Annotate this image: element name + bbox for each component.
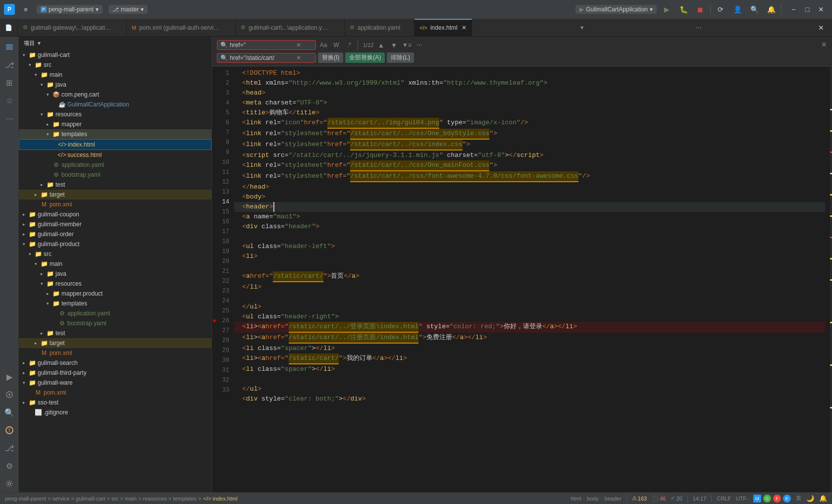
tree-item-resources[interactable]: ▾ 📁 resources — [19, 109, 211, 119]
tab-cart-yaml[interactable]: ⚙ gulimall-cart\...\application.yaml ✕ — [236, 19, 345, 36]
tree-item-app-yaml-product[interactable]: ▸ ⚙ application.yaml — [19, 308, 211, 318]
tree-arrow-target-product[interactable]: ▸ — [33, 341, 39, 346]
tab-options-button[interactable]: ⋯ — [692, 19, 705, 36]
find-prev-btn[interactable]: ▲ — [375, 40, 386, 50]
sidebar-icon-problems[interactable]: ! — [1, 422, 18, 439]
tree-item-test-product[interactable]: ▸ 📁 test — [19, 328, 211, 338]
tree-item-target[interactable]: ▸ 📁 target — [19, 190, 211, 200]
branch-selector[interactable]: ⎇ master ▾ — [108, 5, 148, 14]
sidebar-icon-bookmarks[interactable]: ☆ — [1, 92, 18, 109]
tree-item-mapper-product[interactable]: ▸ 📁 mapper.product — [19, 289, 211, 299]
tree-item-index-html[interactable]: ▸ </> index.html — [19, 139, 211, 150]
tree-item-member[interactable]: ▸ 📁 gulimall-member — [19, 219, 211, 229]
find-next-btn[interactable]: ▼ — [388, 40, 399, 50]
tree-arrow-src-product[interactable]: ▾ — [27, 252, 33, 256]
tree-item-app-yaml[interactable]: ▸ ⚙ application.yaml — [19, 160, 211, 170]
sidebar-icon-debug[interactable] — [1, 386, 18, 403]
tree-arrow-templates-product[interactable]: ▾ — [45, 301, 51, 306]
tree-item-src[interactable]: ▾ 📁 src — [19, 60, 211, 70]
scrollbar-track[interactable] — [825, 66, 832, 492]
tree-item-pom-ware[interactable]: ▸ M pom.xml — [19, 388, 211, 398]
sidebar-icon-run[interactable]: ▶ — [1, 368, 18, 385]
tree-item-third-party[interactable]: ▸ 📁 gulimall-third-party — [19, 368, 211, 378]
tree-item-main[interactable]: ▾ 📁 main — [19, 70, 211, 80]
tree-arrow-test[interactable]: ▸ — [39, 182, 45, 187]
tree-arrow-resources-product[interactable]: ▾ — [39, 281, 45, 286]
notifications-button[interactable]: 🔔 — [764, 2, 778, 16]
find-regex-btn[interactable]: .* — [344, 40, 355, 50]
run-config-selector[interactable]: ▶ GulimallCartApplication ▾ — [575, 5, 657, 14]
tree-item-target-product[interactable]: ▸ 📁 target — [19, 338, 211, 348]
sidebar-icon-structure[interactable]: ⊞ — [1, 74, 18, 91]
tree-arrow-order[interactable]: ▸ — [21, 232, 27, 237]
file-tree-content[interactable]: ▾ 📁 gulimall-cart ▾ 📁 src ▾ 📁 main — [19, 50, 211, 492]
replace-all-button[interactable]: 全部替换(A) — [345, 52, 385, 63]
tree-arrow-coupon[interactable]: ▸ — [21, 212, 27, 217]
replace-input[interactable] — [230, 54, 294, 61]
code-content[interactable]: <!DOCTYPE html><html xmlns="http://www.w… — [234, 66, 825, 492]
profile-button[interactable]: 👤 — [730, 2, 744, 16]
find-close-btn[interactable]: ✕ — [821, 41, 827, 49]
tree-arrow-templates[interactable]: ▾ — [45, 132, 51, 137]
close-editor-button[interactable]: ✕ — [814, 21, 828, 35]
tree-item-ware[interactable]: ▾ 📁 gulimall-ware — [19, 378, 211, 388]
tab-new-file[interactable]: 📄 — [0, 19, 18, 36]
tree-arrow-com[interactable]: ▾ — [45, 92, 51, 97]
tree-item-test[interactable]: ▸ 📁 test — [19, 180, 211, 190]
tree-item-templates-product[interactable]: ▾ 📁 templates — [19, 299, 211, 308]
tree-item-templates[interactable]: ▾ 📁 templates — [19, 129, 211, 139]
tree-arrow-main-product[interactable]: ▾ — [33, 261, 39, 266]
tree-item-pom-product[interactable]: ▸ M pom.xml — [19, 348, 211, 358]
sidebar-icon-settings[interactable] — [1, 475, 18, 492]
tree-item-search[interactable]: ▸ 📁 gulimall-search — [19, 358, 211, 368]
tree-arrow-target[interactable]: ▸ — [33, 192, 39, 197]
sidebar-icon-project[interactable] — [1, 39, 18, 55]
find-filter-btn[interactable]: ▼≡ — [401, 40, 412, 50]
replace-button[interactable]: 替换(I) — [318, 52, 343, 63]
tree-item-gulimall-cart-app[interactable]: ▸ ☕ GulimallCartApplication — [19, 100, 211, 109]
encoding[interactable]: UTF- — [736, 496, 748, 502]
tree-item-sso-test[interactable]: ▸ 📁 sso-test — [19, 398, 211, 407]
tree-item-order[interactable]: ▸ 📁 gulimall-order — [19, 229, 211, 239]
tree-item-gitignore[interactable]: ▸ ⬜ .gitignore — [19, 407, 211, 417]
tree-item-main-product[interactable]: ▾ 📁 main — [19, 259, 211, 269]
tree-arrow-member[interactable]: ▸ — [21, 222, 27, 227]
tree-item-java[interactable]: ▾ 📁 java — [19, 80, 211, 90]
tree-arrow-ware[interactable]: ▾ — [21, 380, 27, 385]
tree-item-gulimall-cart[interactable]: ▾ 📁 gulimall-cart — [19, 50, 211, 60]
sidebar-icon-more[interactable]: ⋯ — [1, 110, 18, 127]
tree-item-coupon[interactable]: ▸ 📁 gulimall-coupon — [19, 209, 211, 219]
debug-button[interactable]: 🐛 — [676, 2, 690, 16]
tree-item-product[interactable]: ▾ 📁 gulimall-product — [19, 239, 211, 249]
tree-arrow-src[interactable]: ▾ — [27, 62, 33, 67]
tree-arrow-resources[interactable]: ▾ — [39, 112, 45, 117]
update-button[interactable]: ⟳ — [714, 2, 728, 16]
sidebar-icon-services[interactable]: ⚙ — [1, 457, 18, 474]
tree-item-bootstrap-yaml-product[interactable]: ▸ ⚙ bootstrap.yaml — [19, 318, 211, 328]
tab-pom-auth[interactable]: M pom.xml (gulimall-auth-service) ✕ — [127, 19, 236, 36]
sidebar-icon-commit[interactable]: ⎇ — [1, 56, 18, 73]
stop-button[interactable]: ◼ — [693, 2, 707, 16]
tree-arrow-sso[interactable]: ▸ — [21, 400, 27, 405]
tree-item-resources-product[interactable]: ▾ 📁 resources — [19, 279, 211, 289]
tree-arrow-third-party[interactable]: ▸ — [21, 370, 27, 375]
find-more-btn[interactable]: ⋯ — [414, 40, 425, 50]
tree-item-success-html[interactable]: ▸ </> success.html — [19, 150, 211, 160]
sidebar-icon-search[interactable]: 🔍 — [1, 404, 18, 421]
tree-arrow-product[interactable]: ▾ — [21, 242, 27, 247]
tree-arrow-cart[interactable]: ▾ — [21, 52, 27, 57]
replace-clear-btn[interactable]: ✕ — [296, 54, 301, 61]
sidebar-icon-git[interactable]: ⎇ — [1, 440, 18, 456]
hint-count[interactable]: ✓ 20 — [671, 495, 682, 502]
menu-button[interactable]: ≡ — [19, 2, 33, 16]
error-count[interactable]: ⬛ 46 — [652, 495, 666, 502]
tree-item-java-product[interactable]: ▸ 📁 java — [19, 269, 211, 279]
tree-arrow-main[interactable]: ▾ — [33, 72, 39, 77]
tab-overflow-button[interactable]: ▾ — [577, 19, 587, 36]
tree-arrow-test-product[interactable]: ▸ — [39, 331, 45, 336]
minimize-button[interactable]: − — [786, 2, 800, 16]
tab-app-yaml[interactable]: ⚙ application.yaml ✕ — [345, 19, 415, 36]
tree-arrow-mapper[interactable]: ▸ — [45, 122, 51, 127]
find-clear-btn[interactable]: ✕ — [296, 42, 301, 49]
tree-arrow-java-product[interactable]: ▸ — [39, 271, 45, 276]
